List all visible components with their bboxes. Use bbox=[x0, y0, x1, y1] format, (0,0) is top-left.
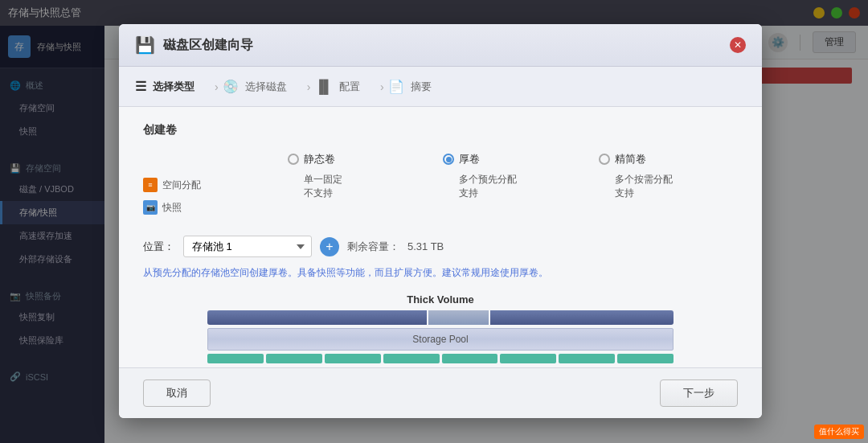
wizard-modal: 💾 磁盘区创建向导 ✕ ☰ 选择类型 › 💿 选择磁盘 › ▐▌ 配置 › 📄 … bbox=[119, 24, 762, 418]
step2-label: 选择磁盘 bbox=[245, 80, 287, 94]
thick-bar-left bbox=[207, 310, 427, 325]
static-snapshot: 不支持 bbox=[288, 187, 411, 200]
thick-label: 厚卷 bbox=[459, 152, 480, 166]
snapshot-row: 📷 快照 bbox=[143, 200, 256, 215]
modal-close-button[interactable]: ✕ bbox=[730, 37, 746, 53]
watermark: 值什么得买 bbox=[814, 425, 864, 439]
description-text: 从预先分配的存储池空间创建厚卷。具备快照等功能，而且扩展方便。建议常规用途使用厚… bbox=[143, 265, 738, 281]
raid-seg-2 bbox=[266, 354, 322, 363]
add-pool-button[interactable]: + bbox=[320, 237, 339, 256]
diagram-bars: Storage Pool RAID bbox=[207, 310, 674, 367]
snapshot-label: 快照 bbox=[162, 201, 182, 215]
step-divider-2: › bbox=[307, 80, 311, 93]
step2-icon: 💿 bbox=[223, 79, 239, 94]
static-space-alloc: 单一固定 bbox=[288, 173, 411, 187]
diagram-title: Thick Volume bbox=[143, 293, 738, 306]
static-radio[interactable]: 静态卷 bbox=[288, 152, 411, 166]
raid-seg-7 bbox=[559, 354, 615, 363]
wizard-step-select-type[interactable]: ☰ 选择类型 bbox=[135, 79, 211, 94]
thin-radio[interactable]: 精简卷 bbox=[599, 152, 722, 166]
thick-snapshot: 支持 bbox=[443, 187, 566, 200]
space-alloc-icon-char: ≡ bbox=[148, 181, 152, 189]
thick-volume-bar bbox=[207, 310, 674, 325]
static-volume-col: 静态卷 单一固定 不支持 bbox=[272, 152, 427, 223]
raid-seg-5 bbox=[442, 354, 498, 363]
static-label: 静态卷 bbox=[304, 152, 335, 166]
modal-disk-icon: 💾 bbox=[135, 35, 155, 55]
location-row: 位置： 存储池 1 存储池 2 + 剩余容量： 5.31 TB bbox=[143, 236, 738, 257]
raid-seg-8 bbox=[617, 354, 674, 363]
space-alloc-row: ≡ 空间分配 bbox=[143, 178, 256, 192]
wizard-step-configure[interactable]: ▐▌ 配置 bbox=[314, 80, 376, 94]
thick-radio-circle[interactable] bbox=[443, 154, 454, 165]
thick-bar-middle bbox=[428, 310, 489, 325]
remaining-label: 剩余容量： bbox=[347, 240, 399, 254]
create-volume-title: 创建卷 bbox=[143, 123, 738, 137]
step-divider-1: › bbox=[215, 80, 219, 93]
wizard-steps: ☰ 选择类型 › 💿 选择磁盘 › ▐▌ 配置 › 📄 摘要 bbox=[119, 67, 762, 107]
raid-bar bbox=[207, 354, 674, 363]
storage-pool-label: Storage Pool bbox=[412, 334, 468, 345]
storage-pool-bar: Storage Pool bbox=[207, 328, 674, 351]
thin-volume-col: 精简卷 多个按需分配 支持 bbox=[583, 152, 738, 223]
space-alloc-label-col: ≡ 空间分配 bbox=[143, 178, 256, 192]
snapshot-icon: 📷 bbox=[143, 200, 158, 215]
step-divider-3: › bbox=[380, 80, 384, 93]
thick-space-alloc: 多个预先分配 bbox=[443, 173, 566, 187]
spacer bbox=[143, 152, 256, 178]
step4-icon: 📄 bbox=[388, 79, 404, 94]
next-button[interactable]: 下一步 bbox=[660, 379, 738, 407]
space-alloc-icon: ≡ bbox=[143, 178, 158, 192]
thin-snapshot: 支持 bbox=[599, 187, 722, 200]
thin-space-alloc: 多个按需分配 bbox=[599, 173, 722, 187]
volume-diagram: Thick Volume Storage Pool bbox=[143, 293, 738, 367]
thick-bar-right bbox=[490, 310, 674, 325]
step3-label: 配置 bbox=[339, 80, 360, 94]
volume-types-grid: ≡ 空间分配 📷 快照 bbox=[143, 152, 738, 223]
space-alloc-label: 空间分配 bbox=[162, 178, 201, 192]
close-icon: ✕ bbox=[734, 39, 742, 51]
modal-footer: 取消 下一步 bbox=[119, 367, 762, 418]
step1-label: 选择类型 bbox=[153, 80, 194, 94]
wizard-step-summary[interactable]: 📄 摘要 bbox=[388, 79, 448, 94]
labels-col: ≡ 空间分配 📷 快照 bbox=[143, 152, 272, 223]
location-select[interactable]: 存储池 1 存储池 2 bbox=[183, 236, 312, 257]
raid-seg-3 bbox=[325, 354, 381, 363]
thin-label: 精简卷 bbox=[615, 152, 646, 166]
step3-icon: ▐▌ bbox=[314, 80, 333, 94]
step4-label: 摘要 bbox=[411, 80, 432, 94]
thick-volume-col: 厚卷 多个预先分配 支持 bbox=[427, 152, 582, 223]
location-label: 位置： bbox=[143, 240, 175, 254]
thin-radio-circle[interactable] bbox=[599, 154, 610, 165]
thick-radio[interactable]: 厚卷 bbox=[443, 152, 566, 166]
wizard-step-select-disk[interactable]: 💿 选择磁盘 bbox=[223, 79, 303, 94]
raid-seg-6 bbox=[500, 354, 556, 363]
modal-header: 💾 磁盘区创建向导 ✕ bbox=[119, 24, 762, 67]
snapshot-label-col: 📷 快照 bbox=[143, 200, 256, 215]
static-radio-circle[interactable] bbox=[288, 154, 299, 165]
modal-body: 创建卷 ≡ 空间分配 📷 bbox=[119, 107, 762, 367]
cancel-button[interactable]: 取消 bbox=[143, 379, 211, 407]
raid-seg-1 bbox=[207, 354, 264, 363]
raid-seg-4 bbox=[383, 354, 440, 363]
remaining-value: 5.31 TB bbox=[407, 240, 444, 252]
step1-icon: ☰ bbox=[135, 79, 146, 94]
modal-title: 磁盘区创建向导 bbox=[163, 37, 253, 54]
modal-header-left: 💾 磁盘区创建向导 bbox=[135, 35, 253, 55]
snapshot-icon-char: 📷 bbox=[146, 203, 155, 211]
